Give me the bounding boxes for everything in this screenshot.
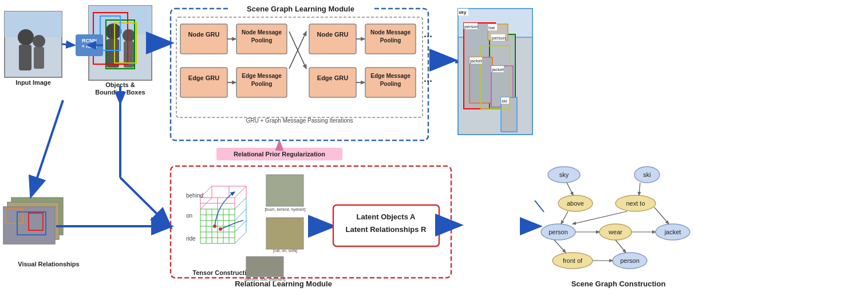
- svg-rect-14: [115, 23, 136, 63]
- svg-point-160: [656, 224, 690, 240]
- svg-text:Latent Relationships R: Latent Relationships R: [346, 225, 427, 234]
- svg-point-156: [541, 224, 575, 240]
- svg-rect-1: [5, 11, 62, 37]
- svg-rect-127: [490, 34, 515, 109]
- svg-text:···: ···: [424, 76, 432, 87]
- svg-text:sky: sky: [559, 171, 569, 178]
- svg-text:person: person: [464, 24, 478, 29]
- svg-line-37: [289, 32, 306, 69]
- svg-point-150: [634, 167, 660, 183]
- svg-text:jacket: jacket: [664, 229, 681, 235]
- svg-rect-125: [458, 9, 532, 37]
- svg-line-91: [235, 198, 246, 209]
- svg-rect-124: [458, 9, 532, 135]
- svg-text:front of: front of: [563, 257, 583, 264]
- svg-text:hat: hat: [488, 25, 495, 30]
- svg-rect-59: [216, 148, 342, 160]
- svg-rect-41: [365, 24, 416, 54]
- svg-line-36: [289, 32, 306, 69]
- svg-text:Visual Relationships: Visual Relationships: [18, 261, 79, 267]
- svg-rect-26: [229, 4, 372, 14]
- svg-rect-122: [29, 213, 43, 230]
- svg-line-114: [120, 178, 169, 226]
- svg-line-86: [200, 198, 212, 209]
- svg-text:Node Message: Node Message: [370, 29, 411, 36]
- svg-rect-12: [93, 13, 128, 64]
- svg-point-164: [613, 253, 647, 269]
- svg-rect-3: [19, 45, 31, 70]
- svg-text:jacket: jacket: [491, 67, 504, 72]
- svg-text:person: person: [492, 36, 506, 41]
- svg-rect-99: [266, 175, 303, 206]
- svg-text:Input Image: Input Image: [15, 79, 51, 86]
- svg-text:Node GRU: Node GRU: [188, 31, 220, 38]
- svg-line-167: [561, 211, 568, 224]
- page-wrapper: RCNN + RPN Input Image Objects & Boundin…: [0, 0, 868, 307]
- svg-text:Relational Learning Module: Relational Learning Module: [235, 280, 332, 288]
- svg-text:Pooling: Pooling: [380, 37, 401, 44]
- svg-rect-45: [180, 68, 227, 97]
- svg-rect-54: [365, 68, 416, 97]
- svg-text:Pooling: Pooling: [251, 37, 273, 44]
- svg-line-92: [235, 232, 246, 243]
- svg-rect-143: [501, 97, 509, 104]
- svg-line-169: [573, 211, 627, 224]
- svg-rect-16: [76, 34, 103, 56]
- svg-rect-9: [106, 39, 119, 68]
- svg-rect-117: [11, 198, 63, 235]
- svg-rect-63: [218, 280, 349, 290]
- svg-line-19: [62, 44, 74, 45]
- svg-text:Latent Objects A: Latent Objects A: [357, 212, 416, 221]
- svg-line-166: [567, 183, 573, 195]
- svg-line-172: [554, 240, 566, 253]
- svg-rect-121: [17, 212, 46, 235]
- svg-rect-118: [7, 202, 59, 239]
- svg-line-174: [654, 207, 669, 224]
- svg-text:[bush, behind, hydrant]: [bush, behind, hydrant]: [265, 207, 305, 212]
- svg-text:Edge GRU: Edge GRU: [188, 74, 219, 81]
- svg-text:GRU + Graph Message Passing It: GRU + Graph Message Passing Iterations: [246, 117, 353, 124]
- svg-point-154: [616, 195, 656, 211]
- svg-text:Scene Graph Construction: Scene Graph Construction: [571, 280, 666, 288]
- svg-point-2: [18, 29, 34, 45]
- svg-text:Edge Message: Edge Message: [370, 73, 411, 79]
- svg-text:ski: ski: [502, 99, 507, 104]
- svg-text:Tensor Construction: Tensor Construction: [192, 269, 254, 276]
- svg-text:Edge GRU: Edge GRU: [317, 74, 348, 81]
- svg-text:behind: behind: [186, 192, 203, 199]
- svg-rect-62: [171, 166, 451, 278]
- svg-line-178: [535, 200, 544, 212]
- svg-rect-132: [481, 46, 510, 109]
- svg-rect-25: [171, 9, 428, 140]
- svg-text:Scene Graph Learning Module: Scene Graph Learning Module: [247, 5, 354, 13]
- svg-point-10: [123, 29, 135, 42]
- svg-rect-135: [464, 23, 478, 29]
- svg-text:Node Message: Node Message: [242, 29, 282, 36]
- svg-line-175: [616, 240, 626, 253]
- svg-text:jacket: jacket: [469, 58, 483, 64]
- svg-rect-6: [89, 6, 152, 80]
- svg-rect-126: [464, 23, 495, 109]
- svg-rect-48: [236, 68, 287, 97]
- svg-text:Bounding Boxes: Bounding Boxes: [95, 89, 145, 96]
- svg-rect-7: [89, 6, 152, 34]
- svg-text:Relational Prior Regularizatio: Relational Prior Regularization: [234, 151, 325, 158]
- svg-text:···: ···: [424, 31, 432, 42]
- svg-rect-11: [124, 41, 134, 68]
- svg-rect-109: [333, 205, 439, 246]
- svg-point-158: [599, 224, 632, 240]
- svg-text:sky: sky: [459, 10, 467, 15]
- svg-text:Node GRU: Node GRU: [317, 31, 349, 38]
- svg-line-179: [31, 100, 63, 195]
- svg-rect-13: [106, 20, 135, 69]
- svg-rect-5: [34, 47, 44, 69]
- svg-rect-28: [176, 17, 423, 117]
- svg-text:+ RPN: + RPN: [82, 44, 97, 49]
- svg-text:[cat, on, sofa]: [cat, on, sofa]: [273, 249, 297, 253]
- svg-text:person: person: [549, 229, 568, 235]
- svg-rect-129: [469, 57, 492, 103]
- svg-text:person: person: [620, 257, 640, 264]
- svg-rect-145: [491, 66, 504, 72]
- svg-rect-133: [458, 9, 468, 15]
- svg-text:above: above: [567, 200, 584, 207]
